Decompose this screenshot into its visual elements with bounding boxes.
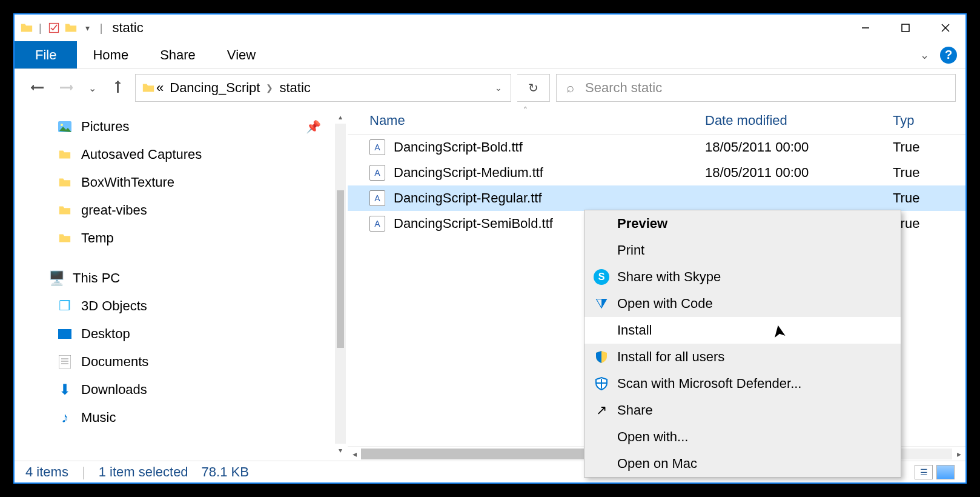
tree-item[interactable]: Documents xyxy=(15,348,348,376)
maximize-button[interactable] xyxy=(886,15,925,41)
view-details-button[interactable]: ☰ xyxy=(915,465,933,479)
context-menu-item[interactable]: SShare with Skype xyxy=(584,264,901,290)
tree-item[interactable]: Desktop xyxy=(15,320,348,348)
search-input[interactable] xyxy=(585,80,945,96)
address-dropdown-icon[interactable]: ⌄ xyxy=(486,83,511,93)
context-menu-item[interactable]: Install xyxy=(584,317,901,344)
col-date[interactable]: Date modified xyxy=(705,113,893,128)
context-menu: PreviewPrintSShare with Skype⧩Open with … xyxy=(584,210,901,478)
font-file-icon: A xyxy=(369,139,385,155)
nav-row: 🠔 🠖 ⌄ 🠕 « Dancing_Script ❯ static ⌄ ↻ ⌕ xyxy=(15,69,965,107)
font-file-icon: A xyxy=(369,216,385,232)
file-date: 18/05/2011 00:00 xyxy=(705,165,893,181)
context-menu-label: Preview xyxy=(617,216,667,232)
scroll-down-icon[interactable]: ▾ xyxy=(333,446,348,455)
tree-item[interactable]: ♪Music xyxy=(15,404,348,432)
tree-item[interactable]: ❒3D Objects xyxy=(15,292,348,320)
status-count: 4 items xyxy=(25,464,68,480)
context-menu-label: Share with Skype xyxy=(617,269,721,285)
nav-arrows: 🠔 🠖 ⌄ 🠕 xyxy=(24,79,129,96)
pc-icon: 🖥️ xyxy=(48,270,64,286)
breadcrumb-prefix: « xyxy=(156,80,164,96)
svg-rect-2 xyxy=(902,24,909,32)
tree-item[interactable]: great-vibes xyxy=(15,196,348,224)
share-icon: ↗ xyxy=(593,402,610,419)
explorer-window: | ▾ | static File Home Share View ⌄ ? xyxy=(13,13,967,484)
tree-item[interactable]: ⬇Downloads xyxy=(15,376,348,404)
context-menu-item[interactable]: ↗Share xyxy=(584,397,901,424)
music-icon: ♪ xyxy=(57,410,73,425)
refresh-button[interactable]: ↻ xyxy=(517,74,550,102)
title-bar: | ▾ | static xyxy=(15,15,965,41)
tree-label: Temp xyxy=(81,230,114,246)
context-menu-label: Scan with Microsoft Defender... xyxy=(617,376,801,392)
ribbon: File Home Share View ⌄ ? xyxy=(15,41,965,69)
search-box[interactable]: ⌕ xyxy=(556,74,956,102)
file-type: True xyxy=(893,139,965,155)
file-type: True xyxy=(893,216,965,232)
new-folder-icon[interactable] xyxy=(62,19,79,36)
forward-button[interactable]: 🠖 xyxy=(59,79,74,96)
col-type[interactable]: Typ xyxy=(893,113,965,128)
address-bar[interactable]: « Dancing_Script ❯ static ⌄ xyxy=(135,74,511,102)
file-row[interactable]: ADancingScript-Medium.ttf18/05/2011 00:0… xyxy=(348,160,965,185)
column-headers: ˄ Name Date modified Typ xyxy=(348,107,965,135)
back-button[interactable]: 🠔 xyxy=(30,79,45,96)
search-icon: ⌕ xyxy=(566,80,574,96)
folder-icon xyxy=(57,202,73,218)
tree-item[interactable]: BoxWithTexture xyxy=(15,168,348,196)
context-menu-item[interactable]: Preview xyxy=(584,210,901,237)
tree-label: 3D Objects xyxy=(81,298,147,314)
context-menu-item[interactable]: Open with... xyxy=(584,424,901,450)
chevron-right-icon[interactable]: ❯ xyxy=(260,83,279,93)
font-file-icon: A xyxy=(369,190,385,206)
context-menu-item[interactable]: ⧩Open with Code xyxy=(584,290,901,317)
view-large-button[interactable] xyxy=(936,465,955,479)
window-controls xyxy=(846,15,965,41)
tree-scrollbar[interactable]: ▴ ▾ xyxy=(333,112,348,456)
help-icon[interactable]: ? xyxy=(940,47,957,64)
file-row[interactable]: ADancingScript-Regular.ttfTrue xyxy=(348,185,965,211)
file-tab[interactable]: File xyxy=(15,41,77,68)
tab-share[interactable]: Share xyxy=(144,41,211,68)
scrollbar-thumb[interactable] xyxy=(361,449,591,459)
status-size: 78.1 KB xyxy=(202,464,249,480)
folder-icon xyxy=(18,19,35,36)
file-type: True xyxy=(893,190,965,206)
pin-icon[interactable]: 📌 xyxy=(306,119,321,134)
context-menu-item[interactable]: Scan with Microsoft Defender... xyxy=(584,370,901,397)
separator: | xyxy=(35,22,45,35)
context-menu-item[interactable]: Print xyxy=(584,237,901,264)
main-area: Pictures📌Autosaved CapturesBoxWithTextur… xyxy=(15,107,965,461)
minimize-button[interactable] xyxy=(846,15,886,41)
scroll-right-icon[interactable]: ▸ xyxy=(952,449,965,459)
scroll-left-icon[interactable]: ◂ xyxy=(348,449,361,459)
tree-item[interactable]: Temp xyxy=(15,224,348,252)
tab-home[interactable]: Home xyxy=(77,41,144,68)
breadcrumb[interactable]: static xyxy=(279,80,310,96)
tree-item[interactable]: Autosaved Captures xyxy=(15,141,348,168)
scrollbar-thumb[interactable] xyxy=(337,190,344,348)
tree-this-pc[interactable]: 🖥️ This PC xyxy=(15,264,348,292)
tab-view[interactable]: View xyxy=(211,41,271,68)
file-row[interactable]: ADancingScript-Bold.ttf18/05/2011 00:00T… xyxy=(348,135,965,160)
recent-dropdown-icon[interactable]: ⌄ xyxy=(88,82,96,94)
qat-dropdown-icon[interactable]: ▾ xyxy=(79,19,96,36)
up-button[interactable]: 🠕 xyxy=(111,79,125,96)
folder-icon xyxy=(141,80,156,96)
nav-tree: Pictures📌Autosaved CapturesBoxWithTextur… xyxy=(15,107,348,461)
svg-point-6 xyxy=(61,124,63,126)
context-menu-item[interactable]: Open on Mac xyxy=(584,450,901,477)
close-button[interactable] xyxy=(925,15,965,41)
context-menu-item[interactable]: Install for all users xyxy=(584,344,901,370)
scroll-up-icon[interactable]: ▴ xyxy=(333,113,348,121)
file-name: DancingScript-Medium.ttf xyxy=(394,165,543,181)
properties-icon[interactable] xyxy=(45,19,62,36)
ribbon-collapse-icon[interactable]: ⌄ xyxy=(920,48,929,62)
font-file-icon: A xyxy=(369,165,385,181)
downloads-icon: ⬇ xyxy=(57,382,73,398)
tree-item[interactable]: Pictures📌 xyxy=(15,113,348,141)
svg-rect-7 xyxy=(59,355,71,369)
tree-label: BoxWithTexture xyxy=(81,175,174,190)
breadcrumb[interactable]: Dancing_Script xyxy=(170,80,260,96)
